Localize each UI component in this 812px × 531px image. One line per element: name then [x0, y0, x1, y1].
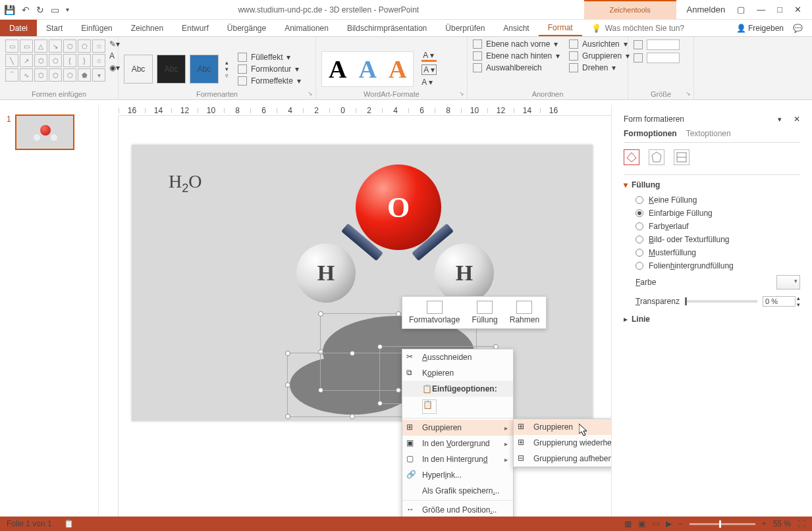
radio-picture[interactable]: Bild- oder Texturfüllung [624, 233, 800, 246]
tab-view[interactable]: Ansicht [494, 20, 538, 36]
redo-icon[interactable]: ↻ [36, 5, 44, 15]
shape-style-2[interactable]: Abc [157, 55, 186, 84]
slideshow-view-icon[interactable]: ▶ [666, 519, 672, 528]
normal-view-icon[interactable]: ▦ [624, 519, 632, 528]
transparency-input[interactable] [763, 296, 796, 307]
mini-fill-button[interactable]: Füllung [468, 299, 501, 326]
maximize-icon[interactable]: □ [777, 5, 782, 14]
sm-group[interactable]: ⊞Gruppieren [514, 419, 611, 435]
shape-outline-button[interactable]: Formkontur ▾ [238, 64, 301, 74]
tab-format[interactable]: Format [539, 20, 582, 36]
line-section-header[interactable]: ▸ Linie [624, 315, 800, 324]
minimize-icon[interactable]: — [757, 5, 765, 14]
rotate-button[interactable]: Drehen ▾ [569, 63, 630, 72]
save-icon[interactable]: 💾 [4, 5, 15, 15]
sign-in-link[interactable]: Anmelden [687, 5, 726, 14]
slide[interactable]: H2O O H H [132, 145, 593, 421]
qat-more-icon[interactable]: ▾ [66, 6, 69, 13]
height-input[interactable] [634, 39, 680, 50]
dialog-launcher-icon[interactable]: ↘ [686, 90, 691, 97]
shapes-gallery[interactable]: ▭▭△↘⬡⬠☆ ╲↗⬡⬠{}☆ ⌒∿⬡⬡⬠⬟▾ [5, 39, 105, 82]
shape-effects-button[interactable]: Formeffekte ▾ [238, 76, 301, 86]
slide-canvas[interactable]: 1614121086420246810121416 H2O O H H [99, 105, 611, 517]
fill-line-icon[interactable] [624, 149, 639, 165]
radio-solid-fill[interactable]: Einfarbige Füllung [624, 207, 800, 220]
fill-section-header[interactable]: ▾ Füllung [624, 180, 800, 190]
tab-file[interactable]: Datei [0, 20, 37, 36]
radio-gradient[interactable]: Farbverlauf [624, 220, 800, 233]
bring-forward-icon [473, 39, 482, 49]
effects-icon[interactable] [649, 149, 664, 165]
wordart-gallery[interactable]: A A A [321, 51, 414, 87]
dialog-launcher-icon[interactable]: ↘ [459, 90, 464, 97]
tab-start[interactable]: Start [37, 20, 72, 36]
shape-fill-button[interactable]: Fülleffekt ▾ [238, 53, 301, 62]
cm-bring-front[interactable]: ▣In den Vordergrund▸ [402, 436, 513, 451]
cm-send-back[interactable]: ▢In den Hintergrund▸ [402, 451, 513, 467]
hydrogen-sphere-2[interactable]: H [435, 243, 494, 303]
cm-copy[interactable]: ⧉Kopieren [402, 365, 513, 381]
h2o-text[interactable]: H2O [169, 171, 202, 195]
mini-outline-button[interactable]: Rahmen [506, 299, 543, 326]
tell-me-input[interactable] [605, 24, 717, 33]
tab-review[interactable]: Überprüfen [436, 20, 494, 36]
text-effects-icon[interactable]: A ▾ [421, 78, 437, 87]
paste-option-icon[interactable]: 📋 [422, 399, 437, 414]
tab-design[interactable]: Entwurf [173, 20, 218, 36]
tab-insert[interactable]: Einfügen [72, 20, 121, 36]
radio-slide-bg[interactable]: Folienhintergrundfüllung [624, 259, 800, 272]
slide-thumbnail-1[interactable] [15, 114, 74, 150]
spinner-icon[interactable]: ▴▾ [797, 295, 800, 308]
pane-options-icon[interactable]: ▾ [778, 115, 782, 123]
share-button[interactable]: 👤 Freigeben [736, 24, 784, 33]
hydrogen-sphere-1[interactable]: H [296, 243, 356, 303]
tab-draw[interactable]: Zeichnen [122, 20, 173, 36]
radio-pattern[interactable]: Musterfüllung [624, 246, 800, 259]
start-from-beginning-icon[interactable]: ▭ [51, 5, 59, 15]
cm-group[interactable]: ⊞Gruppieren▸ [402, 420, 513, 436]
tell-me[interactable]: 💡 [582, 20, 726, 36]
shape-style-3[interactable]: Abc [190, 55, 219, 84]
close-icon[interactable]: ✕ [794, 5, 801, 14]
color-picker-button[interactable] [776, 275, 800, 290]
selection-pane-button[interactable]: Auswahlbereich [473, 63, 560, 72]
pane-close-icon[interactable]: ✕ [794, 114, 800, 124]
reading-view-icon[interactable]: ▭ [652, 519, 659, 528]
size-properties-icon[interactable] [674, 149, 690, 165]
tab-slideshow[interactable]: Bildschirmpräsentation [338, 20, 436, 36]
send-backward-button[interactable]: Ebene nach hinten ▾ [473, 51, 560, 61]
cm-size-position[interactable]: ↔Größe und Position... [402, 502, 513, 517]
slide-counter[interactable]: Folie 1 von 1 [7, 519, 52, 528]
text-outline-icon[interactable]: A ▾ [421, 64, 437, 75]
pane-tab-shape[interactable]: Formoptionen [624, 129, 677, 138]
align-button[interactable]: Ausrichten ▾ [569, 39, 630, 49]
radio-no-fill[interactable]: Keine Füllung [624, 193, 800, 207]
cm-save-as-picture[interactable]: Als Grafik speichern... [402, 483, 513, 499]
ribbon-display-icon[interactable]: ▢ [737, 5, 745, 14]
pane-tab-text[interactable]: Textoptionen [686, 129, 731, 138]
notes-icon[interactable]: 📋 [64, 519, 74, 528]
oxygen-sphere[interactable]: O [356, 164, 441, 250]
width-input[interactable] [634, 53, 680, 63]
dialog-launcher-icon[interactable]: ↘ [308, 90, 313, 97]
style-gallery-more-icon[interactable]: ▴▾▿ [225, 59, 229, 79]
shape-style-1[interactable]: Abc [124, 55, 153, 84]
sorter-view-icon[interactable]: ▣ [638, 519, 645, 528]
group-button[interactable]: Gruppieren ▾ [569, 51, 630, 61]
zoom-in-icon[interactable]: + [762, 519, 767, 528]
zoom-out-icon[interactable]: − [678, 519, 683, 528]
mini-style-button[interactable]: Formatvorlage [405, 299, 464, 326]
cm-cut[interactable]: ✂Ausschneiden [402, 349, 513, 365]
regroup-icon: ⊞ [518, 438, 528, 448]
transparency-slider[interactable] [685, 300, 757, 303]
bring-forward-button[interactable]: Ebene nach vorne ▾ [473, 39, 560, 49]
cm-paste-options[interactable]: 📋 [402, 397, 513, 417]
undo-icon[interactable]: ↶ [22, 5, 30, 15]
fit-to-window-icon[interactable]: ⛶ [798, 519, 805, 528]
zoom-level[interactable]: 55 % [773, 519, 791, 528]
text-fill-icon[interactable]: A ▾ [421, 51, 437, 62]
zoom-slider[interactable] [690, 523, 755, 525]
tab-animations[interactable]: Animationen [275, 20, 338, 36]
tab-transitions[interactable]: Übergänge [218, 20, 275, 36]
comments-icon[interactable]: 💬 [793, 24, 803, 33]
